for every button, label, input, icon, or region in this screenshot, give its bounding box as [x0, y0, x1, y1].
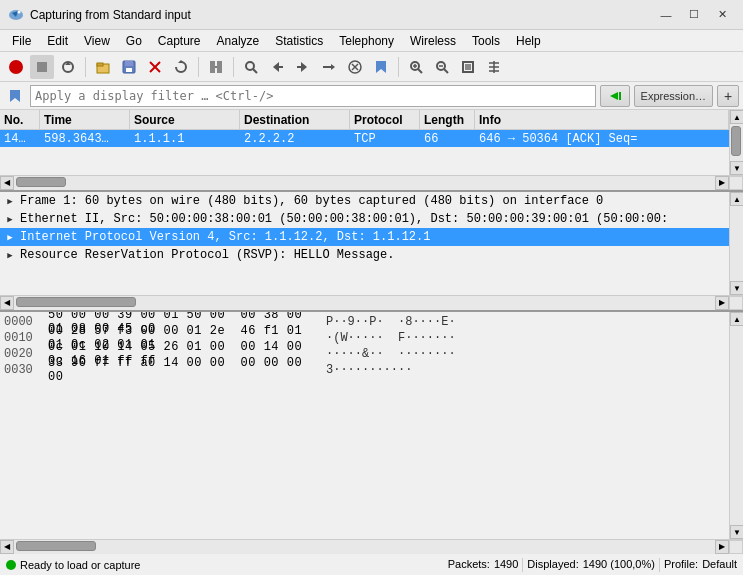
svg-marker-20	[273, 62, 279, 72]
hscroll-thumb[interactable]	[16, 177, 66, 187]
svg-line-35	[444, 69, 448, 73]
menu-go[interactable]: Go	[118, 30, 150, 51]
hex-offset-0: 0000	[4, 315, 40, 329]
detail-row-rsvp[interactable]: ▶ Resource ReserVation Protocol (RSVP): …	[0, 246, 729, 264]
packet-list-hscroll[interactable]: ◀ ▶	[0, 175, 743, 189]
packet-list-header: No. Time Source Destination Protocol Len…	[0, 110, 729, 130]
scroll-down-btn[interactable]: ▼	[730, 161, 743, 175]
toolbar-sep2	[198, 57, 199, 77]
restart-capture-button[interactable]	[56, 55, 80, 79]
scroll-up-btn[interactable]: ▲	[730, 110, 743, 124]
detail-scroll-corner	[729, 296, 743, 310]
start-capture-button[interactable]	[4, 55, 28, 79]
detail-hscroll-thumb[interactable]	[16, 297, 136, 307]
col-header-destination[interactable]: Destination	[240, 110, 350, 129]
expression-button[interactable]: Expression…	[634, 85, 713, 107]
goto-button[interactable]	[317, 55, 341, 79]
detail-hscroll-left[interactable]: ◀	[0, 296, 14, 310]
hex-hscroll-right[interactable]: ▶	[715, 540, 729, 554]
close-file-button[interactable]	[143, 55, 167, 79]
hex-offset-1: 0010	[4, 331, 40, 345]
table-row[interactable]: 14… 598.3643… 1.1.1.1 2.2.2.2 TCP 66 646…	[0, 130, 729, 148]
app-icon	[8, 7, 24, 23]
menu-help[interactable]: Help	[508, 30, 549, 51]
zoom-out-button[interactable]	[430, 55, 454, 79]
hex-dump-hscroll[interactable]: ◀ ▶	[0, 539, 743, 553]
hex-scroll-up-btn[interactable]: ▲	[730, 312, 743, 326]
profile-value: Default	[702, 558, 737, 572]
zoom-in-button[interactable]	[404, 55, 428, 79]
hex-hscroll-left[interactable]: ◀	[0, 540, 14, 554]
col-header-length[interactable]: Length	[420, 110, 475, 129]
detail-scroll-up-btn[interactable]: ▲	[730, 192, 743, 206]
menu-telephony[interactable]: Telephony	[331, 30, 402, 51]
col-header-time[interactable]: Time	[40, 110, 130, 129]
capture-filter-button[interactable]	[343, 55, 367, 79]
status-ready: Ready to load or capture	[6, 559, 140, 571]
menu-capture[interactable]: Capture	[150, 30, 209, 51]
display-filter-input[interactable]	[30, 85, 596, 107]
stop-capture-button[interactable]	[30, 55, 54, 79]
col-header-no[interactable]: No.	[0, 110, 40, 129]
detail-row-ethernet[interactable]: ▶ Ethernet II, Src: 50:00:00:38:00:01 (5…	[0, 210, 729, 228]
detail-row-frame[interactable]: ▶ Frame 1: 60 bytes on wire (480 bits), …	[0, 192, 729, 210]
display-filter-button[interactable]	[369, 55, 393, 79]
resize-cols-button[interactable]	[482, 55, 506, 79]
hex-dump-vscroll[interactable]: ▲ ▼	[729, 312, 743, 539]
menu-tools[interactable]: Tools	[464, 30, 508, 51]
svg-rect-8	[97, 63, 103, 66]
hex-ascii-2: ·····&·· ········	[326, 347, 456, 361]
hex-scroll-corner	[729, 540, 743, 554]
reload-button[interactable]	[169, 55, 193, 79]
menu-file[interactable]: File	[4, 30, 39, 51]
menu-analyze[interactable]: Analyze	[209, 30, 268, 51]
menu-view[interactable]: View	[76, 30, 118, 51]
apply-filter-button[interactable]	[600, 85, 630, 107]
print-button[interactable]	[204, 55, 228, 79]
packets-label: Packets:	[448, 558, 490, 572]
add-filter-button[interactable]: +	[717, 85, 739, 107]
go-back-button[interactable]	[265, 55, 289, 79]
col-header-protocol[interactable]: Protocol	[350, 110, 420, 129]
hscroll-right-btn[interactable]: ▶	[715, 176, 729, 190]
save-file-button[interactable]	[117, 55, 141, 79]
open-file-button[interactable]	[91, 55, 115, 79]
main-content: No. Time Source Destination Protocol Len…	[0, 110, 743, 553]
packet-list-vscroll[interactable]: ▲ ▼	[729, 110, 743, 175]
menu-bar: File Edit View Go Capture Analyze Statis…	[0, 30, 743, 52]
normal-size-button[interactable]	[456, 55, 480, 79]
minimize-button[interactable]: —	[653, 5, 679, 25]
svg-marker-25	[331, 64, 335, 70]
cell-destination: 2.2.2.2	[240, 132, 350, 146]
hex-hscroll-thumb[interactable]	[16, 541, 96, 551]
maximize-button[interactable]: ☐	[681, 5, 707, 25]
toolbar-sep3	[233, 57, 234, 77]
detail-hscroll-right[interactable]: ▶	[715, 296, 729, 310]
scroll-track[interactable]	[730, 124, 743, 161]
svg-line-19	[253, 69, 257, 73]
status-divider-2	[659, 558, 660, 572]
hex-scroll-track[interactable]	[730, 326, 743, 525]
go-forward-button[interactable]	[291, 55, 315, 79]
menu-edit[interactable]: Edit	[39, 30, 76, 51]
hscroll-left-btn[interactable]: ◀	[0, 176, 14, 190]
detail-scroll-down-btn[interactable]: ▼	[730, 281, 743, 295]
menu-statistics[interactable]: Statistics	[267, 30, 331, 51]
hscroll-track[interactable]	[14, 176, 715, 190]
hex-hscroll-track[interactable]	[14, 540, 715, 554]
detail-hscroll-track[interactable]	[14, 296, 715, 310]
col-header-info[interactable]: Info	[475, 110, 729, 129]
hex-scroll-down-btn[interactable]: ▼	[730, 525, 743, 539]
scroll-thumb[interactable]	[731, 126, 741, 156]
packet-detail-hscroll[interactable]: ◀ ▶	[0, 295, 743, 309]
menu-wireless[interactable]: Wireless	[402, 30, 464, 51]
detail-row-ip[interactable]: ▶ Internet Protocol Version 4, Src: 1.1.…	[0, 228, 729, 246]
close-button[interactable]: ✕	[709, 5, 735, 25]
hex-ascii-1: ·(W····· F·······	[326, 331, 456, 345]
packet-detail-vscroll[interactable]: ▲ ▼	[729, 192, 743, 295]
find-button[interactable]	[239, 55, 263, 79]
detail-scroll-track[interactable]	[730, 206, 743, 281]
col-header-source[interactable]: Source	[130, 110, 240, 129]
packets-count: 1490	[494, 558, 518, 572]
packet-detail-pane: ▶ Frame 1: 60 bytes on wire (480 bits), …	[0, 192, 743, 312]
